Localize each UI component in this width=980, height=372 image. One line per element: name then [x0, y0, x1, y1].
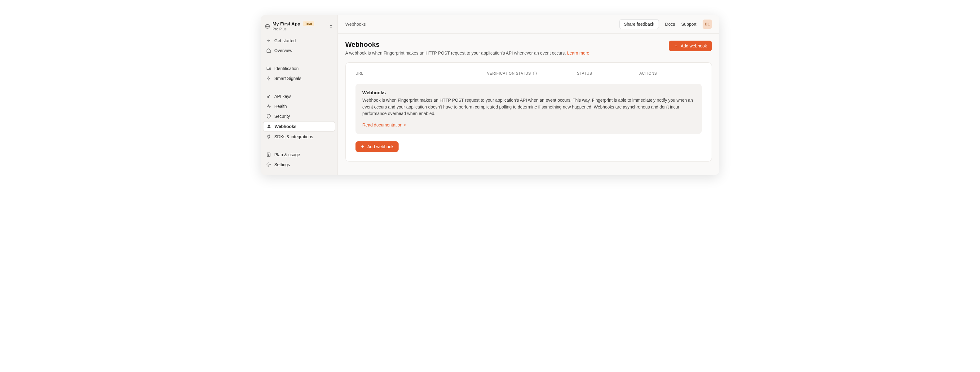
sidebar-item-label: Get started [274, 38, 296, 43]
globe-icon [265, 24, 270, 29]
sidebar-item-plan-usage[interactable]: Plan & usage [263, 150, 335, 160]
shield-icon [266, 114, 271, 119]
breadcrumb: Webhooks [345, 22, 613, 27]
sidebar-item-security[interactable]: Security [263, 111, 335, 121]
gear-icon [266, 162, 271, 167]
add-webhook-button-top[interactable]: Add webhook [669, 41, 712, 51]
sidebar-item-identification[interactable]: Identification [263, 64, 335, 73]
empty-state-infobox: Webhooks Webhook is when Fingerprint mak… [355, 84, 702, 134]
sidebar-item-label: Smart Signals [274, 76, 301, 81]
sidebar-item-api-keys[interactable]: API keys [263, 91, 335, 102]
topbar: Webhooks Share feedback Docs Support DL [338, 15, 719, 34]
sidebar-item-smart-signals[interactable]: Smart Signals [263, 73, 335, 83]
home-icon [266, 48, 271, 53]
app-name: My First App [272, 21, 300, 26]
receipt-icon [266, 152, 271, 157]
fingerprint-icon [266, 38, 271, 43]
page-title: Webhooks [345, 41, 589, 49]
sidebar-item-settings[interactable]: Settings [263, 160, 335, 170]
key-icon [266, 94, 271, 99]
sidebar-item-label: SDKs & integrations [274, 134, 313, 139]
svg-point-3 [267, 96, 269, 98]
chevron-up-down-icon [329, 24, 333, 29]
sidebar-item-label: Plan & usage [274, 152, 300, 157]
learn-more-link[interactable]: Learn more [567, 51, 590, 56]
devices-icon [266, 66, 271, 71]
plug-icon [266, 134, 271, 139]
webhook-icon [267, 124, 272, 129]
sidebar: My First App Trial Pro Plus Get started [261, 15, 337, 175]
app-plan: Pro Plus [272, 27, 329, 31]
svg-point-8 [268, 164, 269, 165]
page-header: Webhooks A webhook is when Fingerprint m… [345, 41, 712, 56]
sidebar-item-label: Health [274, 104, 287, 109]
svg-rect-2 [270, 68, 270, 70]
app-header-text: My First App Trial Pro Plus [272, 21, 329, 31]
sidebar-item-label: Webhooks [275, 124, 297, 129]
app-window: My First App Trial Pro Plus Get started [261, 15, 719, 175]
sidebar-item-label: Identification [274, 66, 299, 71]
trial-badge: Trial [303, 21, 314, 26]
sidebar-item-webhooks[interactable]: Webhooks [263, 121, 335, 132]
sidebar-item-label: Settings [274, 162, 290, 167]
sidebar-item-label: Security [274, 114, 290, 119]
page-subtitle: A webhook is when Fingerprint makes an H… [345, 51, 589, 56]
avatar[interactable]: DL [703, 19, 712, 29]
svg-rect-1 [267, 67, 269, 70]
support-link[interactable]: Support [681, 22, 697, 27]
infobox-title: Webhooks [362, 90, 695, 95]
docs-link[interactable]: Docs [665, 22, 675, 27]
sidebar-item-sdks-integrations[interactable]: SDKs & integrations [263, 132, 335, 141]
webhooks-card: URL VERIFICATION STATUS STATUS ACTIONS W… [345, 62, 712, 162]
main: Webhooks Share feedback Docs Support DL … [337, 15, 719, 175]
table-header-actions: ACTIONS [640, 71, 702, 76]
plus-icon [360, 145, 365, 149]
table-header-status: STATUS [577, 71, 640, 76]
read-documentation-link[interactable]: Read documentation > [362, 122, 406, 127]
plus-icon [674, 44, 678, 48]
activity-icon [266, 104, 271, 109]
content: Webhooks A webhook is when Fingerprint m… [338, 34, 719, 171]
table-header-verification: VERIFICATION STATUS [487, 71, 577, 76]
svg-point-6 [269, 125, 269, 126]
add-webhook-button-bottom[interactable]: Add webhook [355, 141, 399, 152]
table-header-row: URL VERIFICATION STATUS STATUS ACTIONS [355, 71, 702, 76]
infobox-body: Webhook is when Fingerprint makes an HTT… [362, 97, 695, 117]
bolt-icon [266, 76, 271, 81]
share-feedback-button[interactable]: Share feedback [619, 19, 659, 29]
sidebar-item-overview[interactable]: Overview [263, 46, 335, 56]
sidebar-item-label: Overview [274, 48, 292, 53]
sidebar-item-label: API keys [274, 94, 291, 99]
sidebar-item-health[interactable]: Health [263, 102, 335, 111]
app-switcher[interactable]: My First App Trial Pro Plus [261, 19, 337, 34]
info-icon[interactable] [533, 71, 537, 76]
table-header-url: URL [355, 71, 487, 76]
sidebar-item-get-started[interactable]: Get started [263, 36, 335, 46]
